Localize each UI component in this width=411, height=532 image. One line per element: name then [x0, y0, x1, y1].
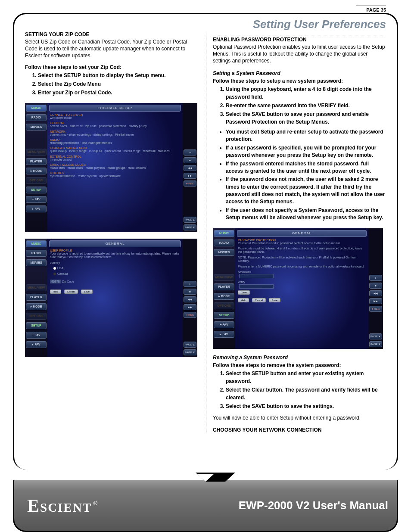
- transport-button: ● REC: [184, 312, 196, 318]
- sidebar-tab: OPTIONS: [26, 177, 47, 184]
- field-label: password: [238, 271, 251, 274]
- logo-text: Escient: [27, 496, 92, 516]
- screenshot-rightbar: ▸ ■ ◀◀ ▶▶ ● REC PAGE ▲ PAGE ▼: [183, 239, 197, 357]
- screenshot-general-zip: MUSIC RADIO MOVIES MENU/VIEW PLAYER ▸ MO…: [25, 239, 197, 357]
- menu-sub: music titles · music discs · music playl…: [50, 166, 180, 170]
- transport-button: PAGE ▲: [184, 217, 196, 223]
- page-frame: Setting User Preferences SETTING YOUR ZI…: [13, 13, 398, 470]
- screenshot-fireball-setup: MUSIC RADIO MOVIES MENU/VIEW PLAYER ▸ MO…: [25, 103, 197, 232]
- transport-button: ▸: [184, 149, 196, 156]
- mini-button: Cancel: [252, 298, 266, 302]
- transport-button: PAGE ▼: [184, 349, 196, 355]
- sidebar-tab: ▸ MODE: [214, 293, 234, 300]
- transport-button: PAGE ▲: [184, 342, 196, 348]
- mini-button: Help: [50, 289, 61, 294]
- verify-field: [239, 284, 274, 289]
- transport-button: ▶▶: [184, 173, 196, 179]
- sidebar-tab: ▸ MODE: [26, 303, 47, 310]
- sidebar-tab: + FAV: [26, 332, 47, 339]
- sidebar-tab: SETUP: [26, 187, 47, 193]
- field-label: Zip Code: [62, 280, 74, 283]
- menu-header: GENERAL: [50, 121, 180, 124]
- menu-header: UTILITIES: [50, 171, 180, 174]
- list-item: Select the SETUP button to display the S…: [38, 72, 197, 79]
- sidebar-tab: OPTIONS: [214, 302, 234, 309]
- transport-button: ◀◀: [184, 296, 196, 302]
- menu-header: DIRECT ACCESS CODES: [50, 163, 180, 166]
- menu-sub: Please enter a NUMERIC password twice us…: [238, 265, 366, 268]
- screenshot-sidebar: MUSIC RADIO MOVIES MENU/VIEW PLAYER ▸ MO…: [213, 228, 235, 349]
- menu-sub: system information · restart system · up…: [50, 174, 180, 178]
- mini-button: Cancel: [64, 289, 78, 294]
- menu-header: EXTERNAL CONTROL: [50, 155, 180, 158]
- menu-sub: Passwords must be between 4 and 8 number…: [238, 247, 366, 254]
- sidebar-tab: MENU/VIEW: [26, 284, 47, 291]
- menu-sub: quick lookup · lookup range · lookup all…: [50, 149, 180, 153]
- mini-button: Save: [81, 289, 93, 294]
- brand-logo: Escient®: [14, 495, 235, 516]
- transport-button: ● REC: [184, 180, 196, 187]
- registered-icon: ®: [93, 500, 98, 507]
- sidebar-tab: ▸ MODE: [26, 168, 47, 174]
- password-field: [239, 274, 274, 278]
- transport-button: PAGE ▼: [184, 224, 196, 230]
- sidebar-tab: MOVIES: [214, 249, 234, 256]
- screenshot-main: GENERAL USER PROFILEYour zip code is req…: [47, 239, 183, 357]
- sidebar-tab: SETUP: [26, 322, 47, 329]
- radio-option: USA: [57, 267, 63, 270]
- screenshot-main: GENERAL PASSWORD PROTECTIONPassword Prot…: [235, 228, 368, 349]
- radio-option: Canada: [57, 272, 68, 275]
- menu-sub: connections · ethernet settings · dialup…: [50, 133, 180, 137]
- menu-sub: web client mode: [50, 116, 180, 120]
- sidebar-tab: RADIO: [26, 114, 47, 121]
- sidebar-tab: SETUP: [214, 312, 234, 319]
- sidebar-tab: PLAYER: [26, 158, 47, 165]
- heading-zip: SETTING YOUR ZIP CODE: [25, 31, 197, 37]
- screenshot-sidebar: MUSIC RADIO MOVIES MENU/VIEW PLAYER ▸ MO…: [25, 103, 47, 232]
- transport-button: ◀◀: [184, 165, 196, 171]
- field-label: verify: [238, 280, 245, 283]
- menu-sub: screen saver · time zone · zip code · pa…: [50, 124, 180, 128]
- sidebar-tab: ▸ FAV: [26, 205, 47, 212]
- zip-value: 46278: [50, 280, 61, 283]
- menu-header: NETWORK: [50, 130, 180, 133]
- transport-button: ■: [184, 157, 196, 163]
- footer-notch: [197, 474, 214, 487]
- zip-steps-intro: Follow these steps to set your Zip Cod:: [25, 64, 197, 71]
- screenshot-title: GENERAL: [49, 240, 181, 247]
- screenshot-title: GENERAL: [237, 230, 367, 237]
- radio-icon: [53, 273, 56, 275]
- transport-button: ▸: [184, 281, 196, 287]
- menu-header: AUDIO: [50, 138, 180, 141]
- screenshot-main: FIREBALL SETUP CONNECT TO SERVERweb clie…: [47, 103, 183, 232]
- menu-header: CONNECT TO SERVER: [50, 113, 180, 116]
- menu-header: PASSWORD PROTECTION: [238, 239, 366, 242]
- screenshot-rightbar: ▸ ■ ◀◀ ▶▶ ● REC PAGE ▲ PAGE ▼: [183, 103, 197, 232]
- sidebar-tab: MENU/VIEW: [26, 149, 47, 156]
- radio-icon: [53, 267, 56, 270]
- sidebar-tab: + FAV: [214, 321, 234, 328]
- content-columns: SETTING YOUR ZIP CODE Select US Zip Code…: [25, 27, 386, 433]
- menu-sub: Your zip code is required to automatical…: [50, 252, 180, 259]
- zip-description: Select US Zip Code or Canadian Postal Co…: [25, 38, 197, 59]
- sidebar-tab: ▸ FAV: [214, 331, 234, 338]
- footer-area: Escient® EWP-2000 V2 User's Manual: [13, 467, 398, 532]
- mini-button: Help: [238, 298, 249, 302]
- left-column: SETTING YOUR ZIP CODE Select US Zip Code…: [25, 27, 197, 433]
- product-title: EWP-2000 V2 User's Manual: [239, 499, 388, 512]
- menu-sub: NOTE: Password Protection will be activa…: [238, 256, 366, 263]
- list-item: Select the Zip Code Menu: [38, 80, 197, 88]
- list-item: Enter your Zip or Postal Code.: [38, 89, 197, 96]
- clear-button: Clear: [238, 290, 250, 295]
- page-number: PAGE 35: [356, 6, 386, 472]
- sidebar-tab: MUSIC: [26, 105, 47, 112]
- sidebar-tab: RADIO: [214, 240, 234, 246]
- sidebar-tab: RADIO: [26, 250, 47, 257]
- sidebar-tab: MOVIES: [26, 124, 47, 131]
- sidebar-tab: + FAV: [26, 196, 47, 203]
- zip-steps-list: Select the SETUP button to display the S…: [38, 72, 197, 96]
- sidebar-tab: MOVIES: [26, 259, 47, 266]
- menu-header: CHANGER MANAGEMENT: [50, 146, 180, 149]
- sidebar-tab: MENU/VIEW: [214, 274, 234, 281]
- sidebar-tab: MUSIC: [214, 230, 234, 237]
